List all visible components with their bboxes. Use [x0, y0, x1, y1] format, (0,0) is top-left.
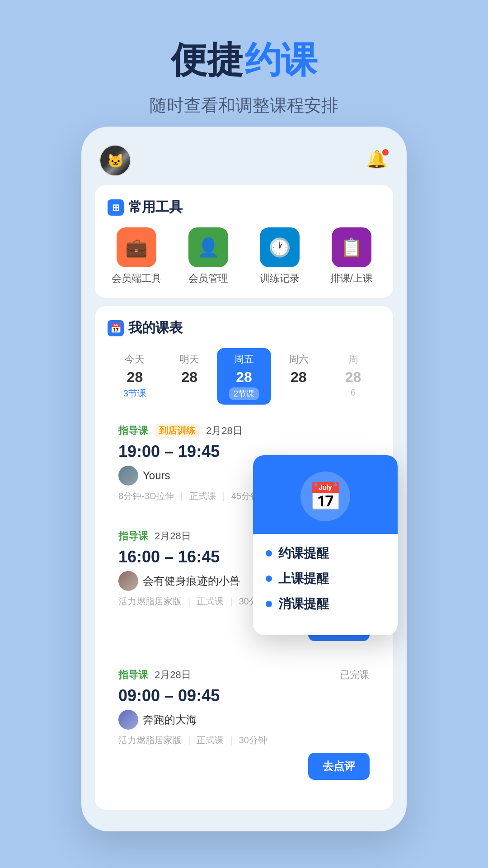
day-lessons-2: 2节课: [229, 387, 259, 400]
lesson-tag-0: 到店训练: [155, 424, 200, 438]
lesson-type-2: 指导课: [118, 668, 148, 682]
popup-body: 约课提醒 上课提醒 消课提醒: [253, 534, 398, 635]
header-title-black: 便捷: [171, 40, 243, 80]
schedule-title-text: 我的课表: [128, 319, 183, 337]
popup-calendar-icon: 📅: [309, 481, 343, 513]
day-lessons-0: 3节课: [123, 387, 146, 400]
day-name-4: 周: [348, 353, 358, 366]
tool-item-2[interactable]: 🕐 训练记录: [251, 227, 309, 285]
trainer-name-0: Yours: [143, 469, 170, 482]
tools-title-text: 常用工具: [128, 198, 183, 217]
lesson-date-1: 2月28日: [155, 529, 191, 543]
popup-item-0: 约课提醒: [266, 545, 385, 562]
day-num-1: 28: [181, 369, 197, 386]
day-today[interactable]: 今天 28 3节课: [108, 348, 162, 405]
avatar-image: 🐱: [100, 146, 130, 175]
detail1-0: 8分钟-3D拉伸: [118, 490, 174, 502]
lesson-completed-2: 已完课: [340, 668, 370, 682]
review-button-2[interactable]: 去点评: [308, 753, 370, 780]
tool-label-0: 会员端工具: [112, 272, 161, 285]
detail2-2: 正式课: [197, 734, 224, 746]
tool-icon-member-manage: 👤: [188, 227, 228, 267]
tool-item-1[interactable]: 👤 会员管理: [179, 227, 238, 285]
schedule-section-title: 📅 我的课表: [108, 319, 380, 337]
popup-text-0: 约课提醒: [278, 545, 329, 562]
lesson-header-2: 指导课 2月28日 已完课: [118, 668, 370, 682]
lesson-footer-2: 去点评: [118, 753, 370, 780]
tools-grid: 💼 会员端工具 👤 会员管理 🕐 训练记录 📋 排课/上课: [108, 227, 380, 285]
tool-label-3: 排课/上课: [330, 272, 373, 285]
popup-card: 📅 约课提醒 上课提醒 消课提醒: [253, 455, 398, 635]
schedule-icon: 📅: [108, 320, 124, 336]
popup-header: 📅: [253, 455, 398, 534]
day-friday[interactable]: 周五 28 2节课: [217, 348, 272, 405]
popup-dot-1: [266, 576, 272, 582]
lesson-details-2: 活力燃脂居家版 | 正式课 | 30分钟: [118, 734, 370, 746]
header-title-blue: 约课: [245, 40, 317, 80]
day-num-0: 28: [127, 369, 143, 386]
tool-item-0[interactable]: 💼 会员端工具: [108, 227, 166, 285]
day-num-4: 28: [345, 369, 361, 386]
day-saturday[interactable]: 周六 28: [271, 348, 326, 405]
weekdays-row: 今天 28 3节课 明天 28 周五 28 2节课 周六 28 周 28: [108, 348, 380, 405]
notification-badge: [382, 149, 389, 156]
lesson-type-0: 指导课: [118, 424, 148, 438]
day-lessons-4: 6: [351, 387, 356, 398]
day-name-3: 周六: [289, 353, 309, 366]
tool-icon-schedule: 📋: [332, 227, 371, 267]
day-tomorrow[interactable]: 明天 28: [162, 348, 217, 405]
day-name-2: 周五: [234, 353, 254, 366]
tools-section-title: ⊞ 常用工具: [108, 198, 380, 217]
detail2-1: 正式课: [197, 595, 224, 608]
day-name-1: 明天: [179, 353, 199, 366]
phone-mock: 🐱 🔔 ⊞ 常用工具 💼 会员端工具 👤 会员管理 🕐 训练记录: [81, 127, 407, 831]
detail3-2: 30分钟: [239, 734, 267, 746]
trainer-name-2: 奔跑的大海: [143, 712, 197, 727]
lesson-type-1: 指导课: [118, 529, 148, 543]
avatar[interactable]: 🐱: [99, 145, 131, 176]
trainer-avatar-0: [118, 466, 138, 486]
lesson-header-0: 指导课 到店训练 2月28日: [118, 424, 370, 438]
lesson-date-2: 2月28日: [155, 668, 191, 682]
lesson-date-0: 2月28日: [206, 424, 243, 438]
tool-label-2: 训练记录: [260, 272, 300, 285]
popup-icon-circle: 📅: [300, 472, 350, 521]
detail2-0: 正式课: [189, 490, 216, 502]
tool-icon-member-client: 💼: [117, 227, 156, 267]
day-num-3: 28: [291, 369, 307, 386]
lesson-card-2: 指导课 2月28日 已完课 09:00 – 09:45 奔跑的大海 活力燃脂居家…: [108, 658, 380, 790]
popup-dot-2: [266, 601, 272, 607]
popup-item-2: 消课提醒: [266, 595, 385, 613]
lesson-trainer-2: 奔跑的大海: [118, 710, 370, 730]
tools-card: ⊞ 常用工具 💼 会员端工具 👤 会员管理 🕐 训练记录 📋 排课/上课: [95, 185, 393, 298]
header-section: 便捷 约课 随时查看和调整课程安排: [0, 0, 488, 117]
day-extra[interactable]: 周 28 6: [326, 348, 380, 405]
detail1-1: 活力燃脂居家版: [118, 595, 182, 608]
popup-text-1: 上课提醒: [278, 570, 329, 587]
day-num-2: 28: [236, 369, 252, 386]
tool-item-3[interactable]: 📋 排课/上课: [323, 227, 381, 285]
tools-section-icon: ⊞: [108, 199, 124, 216]
lesson-time-2: 09:00 – 09:45: [118, 686, 370, 705]
schedule-card: 📅 我的课表 今天 28 3节课 明天 28 周五 28 2节课 周六 28: [95, 306, 393, 810]
header-subtitle: 随时查看和调整课程安排: [0, 94, 488, 117]
tool-icon-training-record: 🕐: [260, 227, 300, 267]
day-name-0: 今天: [125, 353, 145, 366]
notification-bell[interactable]: 🔔: [366, 149, 389, 172]
detail1-2: 活力燃脂居家版: [118, 734, 182, 746]
trainer-avatar-2: [118, 710, 138, 730]
phone-topbar: 🐱 🔔: [95, 140, 393, 185]
popup-dot-0: [266, 550, 272, 557]
trainer-avatar-1: [118, 571, 138, 591]
popup-text-2: 消课提醒: [278, 595, 329, 613]
tool-label-1: 会员管理: [188, 272, 228, 285]
popup-item-1: 上课提醒: [266, 570, 385, 587]
trainer-name-1: 会有健身痕迹的小兽: [143, 574, 240, 588]
